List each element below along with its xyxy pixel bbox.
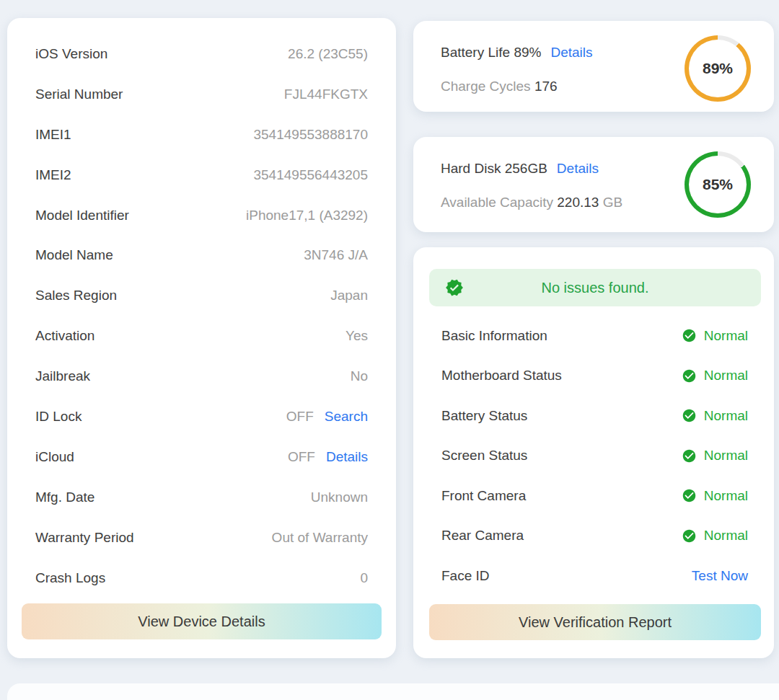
info-label: Serial Number	[35, 87, 123, 102]
verify-row-screen-status: Screen Status Normal	[413, 436, 774, 477]
info-row-imei1: IMEI1 354149553888170	[22, 115, 382, 155]
verify-status-text: Normal	[704, 448, 748, 464]
info-label: ID Lock	[35, 409, 82, 425]
available-capacity-line: Available Capacity 220.13 GB	[441, 195, 622, 211]
verified-badge-icon	[445, 278, 464, 297]
no-issues-banner: No issues found.	[429, 269, 761, 306]
disk-ring-label: 85%	[689, 156, 747, 213]
verify-label: Screen Status	[441, 448, 527, 464]
battery-details-link[interactable]: Details	[550, 45, 592, 61]
info-row-jailbreak: Jailbreak No	[22, 356, 382, 396]
view-device-details-button[interactable]: View Device Details	[22, 603, 382, 639]
verify-row-front-camera: Front Camera Normal	[413, 476, 774, 516]
info-label: Jailbreak	[35, 368, 90, 384]
available-capacity-value: 220.13	[557, 195, 599, 210]
check-circle-icon	[682, 448, 697, 464]
info-label: IMEI2	[35, 167, 71, 183]
battery-ring: 89%	[685, 35, 751, 102]
info-value: Out of Warranty	[272, 530, 368, 546]
info-value: No	[351, 368, 368, 384]
info-label: Model Name	[35, 247, 113, 263]
battery-life-label: Battery Life	[441, 45, 510, 60]
info-row-warranty-period: Warranty Period Out of Warranty	[22, 518, 382, 558]
verify-status: Normal	[682, 488, 748, 504]
device-details-button-wrap: View Device Details	[22, 603, 382, 639]
info-value: 354149553888170	[253, 127, 368, 143]
disk-title: Hard Disk 256GB	[441, 161, 547, 177]
verify-label: Motherboard Status	[441, 368, 562, 384]
info-row-model-name: Model Name 3N746 J/A	[22, 235, 382, 275]
icloud-details-link[interactable]: Details	[326, 449, 368, 465]
next-section-panel-edge	[7, 683, 779, 700]
verification-list: Basic Information Normal Motherboard Sta…	[413, 316, 774, 596]
info-row-sales-region: Sales Region Japan	[22, 275, 382, 316]
verify-status: Normal	[682, 328, 748, 344]
no-issues-text: No issues found.	[542, 280, 649, 296]
check-circle-icon	[682, 408, 697, 423]
verify-status: Normal	[682, 408, 748, 424]
disk-details-link[interactable]: Details	[557, 161, 599, 177]
charge-cycles-label: Charge Cycles	[441, 79, 531, 94]
info-value: 3N746 J/A	[304, 247, 368, 263]
verify-label: Rear Camera	[441, 528, 524, 544]
check-circle-icon	[682, 528, 697, 544]
device-info-panel: iOS Version 26.2 (23C55) Serial Number F…	[7, 18, 396, 658]
verify-status-text: Normal	[704, 328, 748, 344]
verify-status-text: Normal	[704, 408, 748, 424]
verify-row-battery-status: Battery Status Normal	[413, 396, 774, 436]
battery-title: Battery Life 89%	[441, 45, 541, 61]
info-label: Warranty Period	[35, 530, 134, 546]
view-verification-report-button[interactable]: View Verification Report	[429, 604, 761, 640]
id-lock-search-link[interactable]: Search	[325, 409, 368, 425]
info-label: Activation	[35, 328, 94, 344]
info-value: Japan	[330, 288, 368, 304]
info-row-imei2: IMEI2 354149556443205	[22, 155, 382, 195]
info-value: Yes	[346, 328, 368, 344]
info-value: OFF Details	[288, 449, 368, 465]
info-label: iOS Version	[35, 46, 107, 62]
check-circle-icon	[682, 488, 697, 503]
icloud-state: OFF	[288, 449, 315, 465]
info-row-ios-version: iOS Version 26.2 (23C55)	[22, 34, 382, 74]
hard-disk-label: Hard Disk	[441, 161, 501, 176]
info-label: Model Identifier	[35, 208, 129, 223]
info-label: Crash Logs	[35, 570, 105, 586]
info-label: iCloud	[35, 449, 74, 465]
disk-title-line: Hard Disk 256GB Details	[441, 161, 599, 177]
battery-life-value: 89%	[514, 45, 541, 60]
battery-ring-label: 89%	[689, 40, 747, 97]
info-row-model-identifier: Model Identifier iPhone17,1 (A3292)	[22, 195, 382, 236]
info-label: IMEI1	[35, 127, 71, 143]
info-value: 354149556443205	[253, 167, 368, 183]
available-capacity-label: Available Capacity	[441, 195, 553, 210]
verify-status: Normal	[682, 448, 748, 464]
info-value: FJL44FKGTX	[284, 87, 368, 102]
check-circle-icon	[682, 368, 697, 384]
info-row-id-lock: ID Lock OFF Search	[22, 396, 382, 437]
hard-disk-card: Hard Disk 256GB Details Available Capaci…	[413, 137, 774, 232]
info-value: iPhone17,1 (A3292)	[246, 208, 368, 223]
verify-status-text: Normal	[704, 488, 748, 504]
verification-report-button-wrap: View Verification Report	[429, 604, 761, 640]
verify-status-text: Normal	[704, 368, 748, 384]
info-row-icloud: iCloud OFF Details	[22, 437, 382, 477]
info-value: Unknown	[311, 489, 368, 505]
charge-cycles-line: Charge Cycles 176	[441, 79, 558, 94]
info-row-mfg-date: Mfg. Date Unknown	[22, 477, 382, 518]
charge-cycles-value: 176	[534, 79, 558, 94]
info-label: Mfg. Date	[35, 489, 94, 505]
verify-row-face-id: Face ID Test Now	[413, 556, 774, 596]
info-value: OFF Search	[286, 409, 368, 425]
disk-ring: 85%	[685, 151, 751, 218]
verify-label: Battery Status	[441, 408, 527, 424]
hard-disk-size: 256GB	[505, 161, 547, 176]
info-row-serial-number: Serial Number FJL44FKGTX	[22, 74, 382, 115]
verify-label: Face ID	[441, 568, 490, 584]
verify-row-basic-information: Basic Information Normal	[413, 316, 774, 356]
verify-label: Basic Information	[441, 328, 547, 344]
face-id-test-now-link[interactable]: Test Now	[692, 568, 748, 584]
battery-card: Battery Life 89% Details Charge Cycles 1…	[413, 21, 774, 112]
id-lock-state: OFF	[286, 409, 314, 425]
info-label: Sales Region	[35, 288, 117, 304]
info-value: 26.2 (23C55)	[288, 46, 368, 62]
